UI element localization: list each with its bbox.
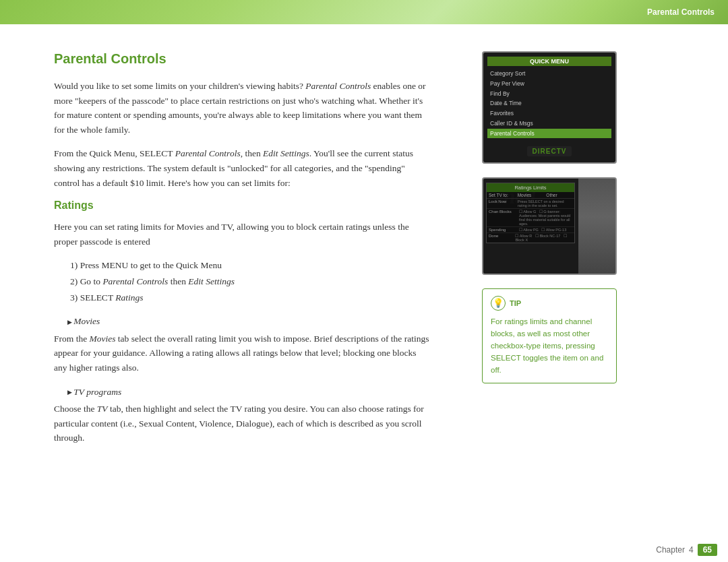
tip-header: 💡 TIP: [491, 296, 608, 311]
rs-row-header: Set TV to: Movies Other: [487, 192, 574, 199]
qm-item-1: Category Sort: [487, 69, 611, 79]
movies-description: From the Movies tab select the overall r…: [54, 332, 431, 375]
qm-item-5: Favorites: [487, 108, 611, 119]
rs-col-1: Set TV to:: [489, 193, 515, 197]
rs-col-3: Other: [546, 193, 572, 197]
tip-label: TIP: [510, 299, 521, 307]
qm-header: QUICK MENU: [487, 57, 611, 66]
steps-list: Press MENU to get to the Quick Menu Go t…: [67, 258, 431, 305]
step-1: Press MENU to get to the Quick Menu: [67, 258, 431, 273]
rs-col-2: Movies: [518, 193, 544, 197]
footer-page-number: 65: [698, 544, 717, 556]
ratings-intro: Here you can set rating limits for Movie…: [54, 220, 431, 249]
ratings-limits-screenshot: rental Ratings Limits Set TV to: Movies …: [482, 177, 617, 275]
ratings-panel: Ratings Limits Set TV to: Movies Other L…: [486, 183, 575, 243]
tip-box: 💡 TIP For ratings limits and channel blo…: [482, 288, 617, 383]
lightbulb-icon: 💡: [491, 296, 506, 311]
quick-menu-screenshot: QUICK MENU Category Sort Pay Per View Fi…: [482, 51, 617, 164]
bullet-tv: TV programs: [67, 385, 431, 400]
footer-chapter-number: 4: [689, 545, 694, 555]
header-title: Parental Controls: [647, 7, 715, 17]
rs-row-spending: Spending ☐ Allow PG ☐ Allow PG-13: [487, 227, 574, 233]
rs-lock-desc: Press SELECT on a desired rating in the …: [518, 199, 572, 208]
ratings-heading: Ratings: [54, 199, 431, 212]
qm-item-6: Caller ID & Msgs: [487, 119, 611, 129]
step-3: SELECT Ratings: [67, 290, 431, 305]
rs-chan-label: Chan Blocks: [489, 210, 519, 226]
rs-row-chan: Chan Blocks ☐ Allow G ☐ G-banner: Audien…: [487, 209, 574, 227]
bullet-movies: Movies: [67, 314, 431, 329]
intro-paragraph-2: From the Quick Menu, SELECT Parental Con…: [54, 146, 431, 190]
qm-logo: DIRECTV: [487, 142, 611, 158]
page-title: Parental Controls: [54, 51, 431, 67]
text-column: Parental Controls Would you like to set …: [0, 51, 458, 524]
top-header: Parental Controls: [0, 0, 728, 24]
sidebar-column: QUICK MENU Category Sort Pay Per View Fi…: [458, 51, 647, 524]
rs-done-label: Done: [489, 234, 515, 242]
qm-item-3: Find By: [487, 89, 611, 99]
person-silhouette: [578, 179, 615, 274]
rs-lock-label: Lock Now: [489, 199, 516, 208]
footer-chapter-label: Chapter: [656, 545, 685, 555]
tip-text: For ratings limits and channel blocks, a…: [491, 316, 608, 376]
rs-spending-label: Spending: [489, 228, 519, 232]
bottom-footer: Chapter 4 65: [0, 538, 728, 562]
rs-row-lock: Lock Now Press SELECT on a desired ratin…: [487, 199, 574, 209]
main-content: Parental Controls Would you like to set …: [0, 24, 728, 538]
qm-item-4: Date & Time: [487, 98, 611, 108]
step-2: Go to Parental Controls then Edit Settin…: [67, 274, 431, 289]
tv-description: Choose the TV tab, then highlight and se…: [54, 402, 431, 445]
rs-spending-items: ☐ Allow PG ☐ Allow PG-13: [519, 228, 566, 232]
rs-panel-header: Ratings Limits: [487, 183, 574, 192]
qm-item-7: Parental Controls: [487, 129, 611, 139]
rs-done-items: ☐ Allow R ☐ Block NC-17 ☐ Block X: [515, 234, 572, 242]
quick-menu-panel: QUICK MENU Category Sort Pay Per View Fi…: [483, 53, 615, 162]
intro-paragraph-1: Would you like to set some limits on you…: [54, 79, 431, 137]
qm-logo-text: DIRECTV: [527, 146, 572, 156]
qm-item-2: Pay Per View: [487, 79, 611, 89]
rs-row-done: Done ☐ Allow R ☐ Block NC-17 ☐ Block X: [487, 233, 574, 243]
rs-chan-items: ☐ Allow G ☐ G-banner: Audiences: Most pa…: [519, 210, 572, 226]
